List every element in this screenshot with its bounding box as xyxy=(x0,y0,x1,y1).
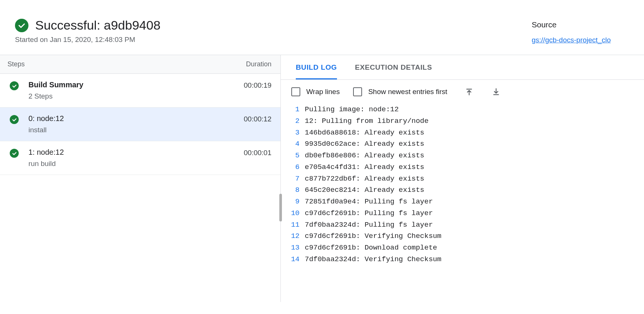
line-text: 7df0baa2324d: Pulling fs layer xyxy=(305,219,433,231)
success-check-icon xyxy=(10,81,19,90)
log-line: 13c97d6cf2691b: Download complete xyxy=(281,242,644,254)
page-title: Successful: a9db9408 xyxy=(35,18,161,33)
log-line: 147df0baa2324d: Verifying Checksum xyxy=(281,254,644,265)
log-line: 5db0efb86e806: Already exists xyxy=(281,150,644,161)
log-output: 1Pulling image: node:12212: Pulling from… xyxy=(281,103,644,266)
line-text: c877b722db6f: Already exists xyxy=(305,173,424,185)
step-duration: 00:00:19 xyxy=(244,81,271,90)
tab-build-log[interactable]: BUILD LOG xyxy=(296,55,337,79)
step-subtitle: install xyxy=(28,126,244,134)
page-subtitle: Started on Jan 15, 2020, 12:48:03 PM xyxy=(15,36,161,44)
steps-table-header: Steps Duration xyxy=(0,55,280,74)
log-line: 212: Pulling from library/node xyxy=(281,115,644,127)
scroll-to-top-icon[interactable] xyxy=(464,87,474,97)
tab-execution-details[interactable]: EXECUTION DETAILS xyxy=(355,55,432,79)
line-text: 9935d0c62ace: Already exists xyxy=(305,138,424,150)
source-label: Source xyxy=(532,20,557,29)
line-number: 2 xyxy=(281,115,305,127)
line-number: 1 xyxy=(281,104,305,115)
line-number: 4 xyxy=(281,138,305,150)
line-text: Pulling image: node:12 xyxy=(305,104,399,115)
wrap-lines-label: Wrap lines xyxy=(306,88,340,96)
line-text: c97d6cf2691b: Download complete xyxy=(305,242,437,254)
line-number: 14 xyxy=(281,254,305,265)
log-line: 117df0baa2324d: Pulling fs layer xyxy=(281,219,644,231)
step-duration: 00:00:01 xyxy=(244,149,271,157)
log-controls: Wrap lines Show newest entries first xyxy=(281,80,644,103)
wrap-lines-checkbox[interactable]: Wrap lines xyxy=(291,87,340,96)
newest-first-checkbox[interactable]: Show newest entries first xyxy=(353,87,447,96)
newest-first-label: Show newest entries first xyxy=(368,88,447,96)
scrollbar[interactable] xyxy=(279,194,282,221)
success-check-icon xyxy=(10,149,19,158)
step-title: 0: node:12 xyxy=(28,114,244,123)
col-steps-header: Steps xyxy=(7,60,25,68)
line-text: db0efb86e806: Already exists xyxy=(305,150,424,161)
download-icon[interactable] xyxy=(491,87,501,97)
line-text: 7df0baa2324d: Verifying Checksum xyxy=(305,254,441,265)
source-link[interactable]: gs://gcb-docs-project_clo xyxy=(532,36,611,44)
line-number: 11 xyxy=(281,219,305,231)
checkbox-icon xyxy=(353,87,362,96)
log-line: 1Pulling image: node:12 xyxy=(281,104,644,115)
success-check-icon xyxy=(10,115,19,124)
step-row[interactable]: 1: node:12run build00:00:01 xyxy=(0,141,280,175)
log-line: 7c877b722db6f: Already exists xyxy=(281,173,644,185)
checkbox-icon xyxy=(291,87,300,96)
log-line: 10c97d6cf2691b: Pulling fs layer xyxy=(281,208,644,219)
source-section: Source gs://gcb-docs-project_clo xyxy=(532,18,629,44)
log-line: 12c97d6cf2691b: Verifying Checksum xyxy=(281,230,644,242)
line-text: c97d6cf2691b: Pulling fs layer xyxy=(305,208,433,219)
svg-rect-1 xyxy=(493,94,499,95)
tabs: BUILD LOG EXECUTION DETAILS xyxy=(281,55,644,80)
step-subtitle: 2 Steps xyxy=(28,92,244,100)
line-text: e705a4c4fd31: Already exists xyxy=(305,161,424,173)
log-line: 972851fd0a9e4: Pulling fs layer xyxy=(281,196,644,208)
log-panel: BUILD LOG EXECUTION DETAILS Wrap lines S… xyxy=(281,55,644,302)
step-row[interactable]: 0: node:12install00:00:12 xyxy=(0,108,280,141)
line-number: 7 xyxy=(281,173,305,185)
line-number: 13 xyxy=(281,242,305,254)
svg-rect-0 xyxy=(466,89,472,90)
line-number: 5 xyxy=(281,150,305,161)
line-number: 6 xyxy=(281,161,305,173)
log-line: 6e705a4c4fd31: Already exists xyxy=(281,161,644,173)
line-number: 12 xyxy=(281,230,305,242)
step-title: Build Summary xyxy=(28,81,244,89)
line-number: 10 xyxy=(281,208,305,219)
log-line: 3146bd6a88618: Already exists xyxy=(281,127,644,139)
success-check-icon xyxy=(15,19,28,32)
step-subtitle: run build xyxy=(28,160,244,168)
build-header: Successful: a9db9408 Started on Jan 15, … xyxy=(0,0,644,55)
line-number: 8 xyxy=(281,184,305,196)
line-number: 9 xyxy=(281,196,305,208)
log-line: 49935d0c62ace: Already exists xyxy=(281,138,644,150)
steps-panel: Steps Duration Build Summary2 Steps00:00… xyxy=(0,55,281,302)
col-duration-header: Duration xyxy=(246,60,271,68)
step-title: 1: node:12 xyxy=(28,148,244,157)
line-number: 3 xyxy=(281,127,305,139)
step-row[interactable]: Build Summary2 Steps00:00:19 xyxy=(0,74,280,108)
line-text: c97d6cf2691b: Verifying Checksum xyxy=(305,230,441,242)
line-text: 645c20ec8214: Already exists xyxy=(305,184,424,196)
line-text: 146bd6a88618: Already exists xyxy=(305,127,424,139)
line-text: 12: Pulling from library/node xyxy=(305,115,429,127)
line-text: 72851fd0a9e4: Pulling fs layer xyxy=(305,196,433,208)
log-line: 8645c20ec8214: Already exists xyxy=(281,184,644,196)
step-duration: 00:00:12 xyxy=(244,115,271,123)
